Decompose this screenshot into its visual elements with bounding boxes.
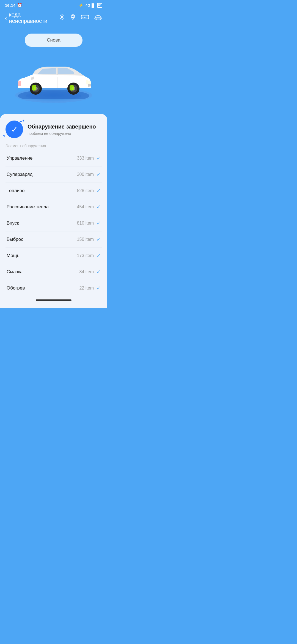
nav-back[interactable]: ‹ кода неисправности — [5, 12, 59, 24]
status-bar: 16:14 ⏰ ⚡ 4G▐▌ 66 — [0, 0, 107, 9]
car-section — [0, 55, 107, 114]
nav-title: кода неисправности — [9, 12, 59, 24]
back-chevron-icon: ‹ — [5, 15, 7, 21]
nav-icons: OBD — [59, 14, 102, 22]
item-name: Смазка — [7, 269, 23, 275]
section-label: Элемент обнаружения — [6, 144, 102, 148]
car-image — [10, 55, 98, 100]
item-name: Выброс — [7, 237, 23, 242]
detection-item[interactable]: Рассеивание тепла 454 item ✓ — [6, 199, 102, 215]
item-name: Топливо — [7, 188, 24, 193]
item-count: 454 item — [77, 204, 94, 209]
bluetooth-nav-icon[interactable] — [59, 14, 65, 22]
item-name: Управление — [7, 155, 33, 161]
svg-point-0 — [72, 16, 74, 18]
item-check-icon: ✓ — [97, 253, 101, 259]
checkmark-icon: ✓ — [11, 125, 18, 134]
time-display: 16:14 — [5, 3, 15, 8]
battery-icon: 66 — [97, 3, 102, 8]
detection-subtitle: проблем не обнаружено — [28, 131, 96, 136]
detection-item[interactable]: Обогрев 22 item ✓ — [6, 280, 102, 296]
obd-nav-icon[interactable]: OBD — [81, 14, 89, 22]
detection-items-list: Управление 333 item ✓ Суперзаряд 300 ite… — [6, 150, 102, 296]
item-right: 300 item ✓ — [77, 171, 101, 178]
item-check-icon: ✓ — [97, 171, 101, 178]
item-count: 150 item — [77, 237, 94, 242]
item-right: 84 item ✓ — [79, 269, 101, 275]
item-name: Рассеивание тепла — [7, 204, 49, 210]
item-name: Мощь — [7, 253, 20, 258]
results-card: ✓ ✦ ✦ Обнаружение завершено проблем не о… — [0, 114, 107, 308]
detection-item[interactable]: Топливо 828 item ✓ — [6, 183, 102, 199]
detection-item[interactable]: Впуск 810 item ✓ — [6, 215, 102, 231]
detection-item[interactable]: Суперзаряд 300 item ✓ — [6, 167, 102, 183]
detection-text: Обнаружение завершено проблем не обнаруж… — [28, 123, 96, 136]
nav-bar: ‹ кода неисправности OBD — [0, 9, 107, 28]
detection-item[interactable]: Смазка 84 item ✓ — [6, 264, 102, 280]
item-right: 810 item ✓ — [77, 220, 101, 226]
detection-item[interactable]: Мощь 173 item ✓ — [6, 248, 102, 264]
bluetooth-status-icon: ⚡ — [79, 3, 84, 8]
item-check-icon: ✓ — [97, 204, 101, 210]
status-left: 16:14 ⏰ — [5, 3, 22, 8]
home-bar — [36, 299, 72, 301]
item-right: 828 item ✓ — [77, 188, 101, 194]
item-check-icon: ✓ — [97, 236, 101, 242]
item-count: 333 item — [77, 156, 94, 161]
item-count: 300 item — [77, 172, 94, 177]
item-right: 454 item ✓ — [77, 204, 101, 210]
item-count: 810 item — [77, 221, 94, 226]
item-check-icon: ✓ — [97, 269, 101, 275]
location-nav-icon[interactable] — [70, 14, 76, 22]
item-check-icon: ✓ — [97, 285, 101, 291]
detection-item[interactable]: Управление 333 item ✓ — [6, 150, 102, 167]
home-indicator-area — [6, 296, 102, 302]
item-right: 333 item ✓ — [77, 155, 101, 161]
item-count: 84 item — [79, 269, 94, 274]
svg-text:OBD: OBD — [82, 16, 87, 19]
item-count: 22 item — [79, 286, 94, 291]
retry-section: Снова — [0, 28, 107, 55]
detection-title: Обнаружение завершено — [28, 123, 96, 130]
alarm-icon: ⏰ — [17, 3, 22, 8]
item-count: 828 item — [77, 188, 94, 193]
retry-button[interactable]: Снова — [25, 34, 82, 47]
item-name: Суперзаряд — [7, 172, 32, 177]
car-nav-icon[interactable] — [94, 14, 102, 22]
status-right: ⚡ 4G▐▌ 66 — [79, 3, 102, 8]
sparkle-top-icon: ✦ — [19, 119, 23, 124]
item-right: 22 item ✓ — [79, 285, 101, 291]
item-right: 150 item ✓ — [77, 236, 101, 242]
item-name: Впуск — [7, 220, 19, 226]
item-check-icon: ✓ — [97, 188, 101, 194]
svg-point-4 — [95, 18, 97, 20]
detection-item[interactable]: Выброс 150 item ✓ — [6, 231, 102, 248]
check-circle-wrapper: ✓ ✦ ✦ — [6, 121, 23, 138]
item-right: 173 item ✓ — [77, 253, 101, 259]
detection-header: ✓ ✦ ✦ Обнаружение завершено проблем не о… — [6, 121, 102, 138]
car-platform — [10, 55, 98, 103]
signal-icon: 4G▐▌ — [86, 3, 95, 7]
svg-point-5 — [100, 18, 101, 20]
item-count: 173 item — [77, 253, 94, 258]
sparkle-bottom-icon: ✦ — [3, 134, 5, 137]
item-check-icon: ✓ — [97, 155, 101, 161]
item-check-icon: ✓ — [97, 220, 101, 226]
item-name: Обогрев — [7, 285, 25, 291]
